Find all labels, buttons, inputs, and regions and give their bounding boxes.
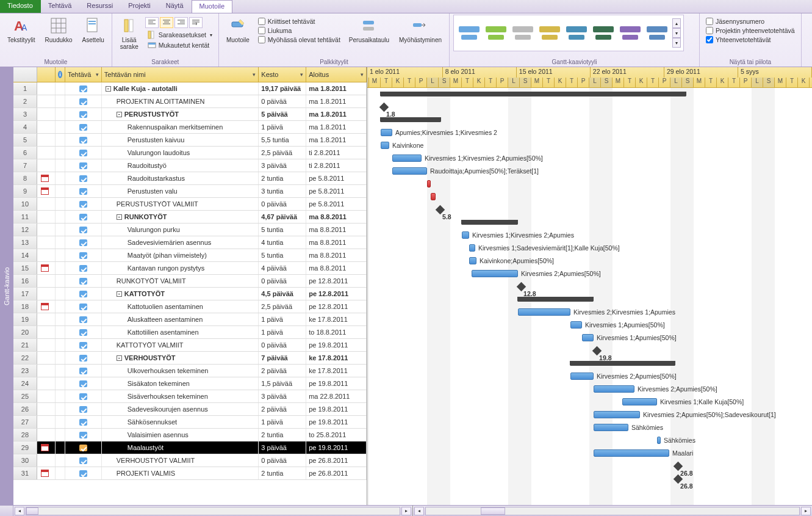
row-number[interactable]: 5 <box>13 134 37 146</box>
cell-name[interactable]: RUNKOTYÖT VALMIIT <box>102 275 259 287</box>
cell-name[interactable]: Sähkösennukset <box>102 416 259 428</box>
cell-start[interactable]: ma 1.8.2011 <box>306 134 367 146</box>
cell-duration[interactable]: 2 tuntia <box>259 467 306 479</box>
gantt-style-gallery[interactable]: ▴ ▾ ▾ <box>453 15 684 51</box>
gantt-style-1[interactable] <box>456 18 482 48</box>
cell-name[interactable]: Maatyöt (pihan viimeistely) <box>102 249 259 261</box>
column-settings-button[interactable]: Sarakeasetukset▾ <box>145 30 215 40</box>
gantt-task-bar[interactable] <box>431 193 436 200</box>
cell-start[interactable]: pe 19.8.2011 <box>306 377 367 390</box>
table-row[interactable]: 17-KATTOTYÖT4,5 päivääpe 12.8.2011 <box>13 288 367 300</box>
gantt-summary-bar[interactable] <box>381 92 686 96</box>
cell-duration[interactable]: 3 päivää <box>259 159 306 172</box>
gantt-task-bar[interactable]: Apumies;Kirvesmies 1;Kirvesmies 2 <box>381 129 392 136</box>
gantt-task-bar[interactable]: Kirvesmies 1;Kirvesmies 2;Apumies <box>462 231 469 239</box>
gantt-summary-bar[interactable] <box>462 220 517 225</box>
cell-duration[interactable]: 2,5 päivää <box>259 300 306 313</box>
cell-start[interactable]: ke 17.8.2011 <box>306 313 367 325</box>
table-row[interactable]: 25Sisäverhouksen tekeminen3 päivääma 22.… <box>13 390 367 403</box>
tab-project[interactable]: Projekti <box>121 0 159 13</box>
row-number[interactable]: 17 <box>13 288 37 300</box>
cell-start[interactable]: pe 5.8.2011 <box>306 172 367 184</box>
gantt-milestone[interactable]: 5.8 <box>436 205 445 215</box>
gallery-up-button[interactable]: ▴ <box>672 18 681 28</box>
header-info[interactable]: i <box>56 67 65 82</box>
cell-duration[interactable]: 0 päivää <box>259 339 306 351</box>
table-row[interactable]: 6Valurungon laudoitus2,5 päivääti 2.8.20… <box>13 147 367 159</box>
row-number[interactable]: 15 <box>13 262 37 274</box>
table-row[interactable]: 4Rakennuspaikan merkitseminen1 päiväma 1… <box>13 121 367 134</box>
cell-name[interactable]: -Kalle Kuja - autotalli <box>102 82 259 95</box>
insert-column-button[interactable]: Lisää sarake <box>116 15 143 51</box>
gantt-milestone[interactable]: 19.8 <box>592 346 602 356</box>
row-number[interactable]: 4 <box>13 121 37 133</box>
table-row[interactable]: 1-Kalle Kuja - autotalli19,17 päivääma 1… <box>13 82 367 95</box>
table-row[interactable]: 31PROJEKTI VALMIS2 tuntiape 26.8.2011 <box>13 467 367 480</box>
row-number[interactable]: 2 <box>13 95 37 107</box>
cell-name[interactable]: Perustusten kaivuu <box>102 134 259 146</box>
outline-toggle[interactable]: - <box>117 355 122 361</box>
cell-start[interactable]: ma 8.8.2011 <box>306 223 367 236</box>
align-left-button[interactable] <box>145 17 159 28</box>
header-mode[interactable]: Tehtävä▾ <box>65 67 102 82</box>
table-row[interactable]: 19Aluskatteen asentaminen1 päiväke 17.8.… <box>13 313 367 326</box>
row-number[interactable]: 19 <box>13 313 37 325</box>
cell-name[interactable]: PROJEKTI VALMIS <box>102 467 259 479</box>
tab-view[interactable]: Näytä <box>159 0 192 13</box>
cell-start[interactable]: ma 1.8.2011 <box>306 95 367 107</box>
cell-duration[interactable]: 2 päivää <box>259 365 306 377</box>
row-number[interactable]: 25 <box>13 390 37 402</box>
cell-name[interactable]: -PERUSTUSTYÖT <box>102 108 259 120</box>
slippage-button[interactable]: Myöhästyminen <box>395 15 445 45</box>
gantt-task-bar[interactable]: Kirvesmies 1;Kirvesmies 2;Apumies[50%] <box>392 154 422 162</box>
cell-start[interactable]: pe 5.8.2011 <box>306 185 367 197</box>
table-row[interactable]: 7Raudoitustyö3 päivääti 2.8.2011 <box>13 159 367 172</box>
cell-duration[interactable]: 0 päivää <box>259 454 306 467</box>
outline-toggle[interactable]: - <box>117 112 122 117</box>
tab-resource[interactable]: Resurssi <box>79 0 121 13</box>
cell-duration[interactable]: 5 tuntia <box>259 223 306 236</box>
baseline-button[interactable]: Perusaikataulu <box>345 15 393 45</box>
cell-start[interactable]: ke 17.8.2011 <box>306 352 367 364</box>
view-bar[interactable]: Gantt-kaavio <box>0 67 13 505</box>
gantt-task-bar[interactable]: Sähkömies <box>594 424 628 431</box>
cell-start[interactable]: to 25.8.2011 <box>306 429 367 441</box>
cell-name[interactable]: PERUSTUSTYÖT VALMIIT <box>102 198 259 210</box>
align-right-button[interactable] <box>174 17 188 28</box>
table-row[interactable]: 9Perustusten valu3 tuntiape 5.8.2011 <box>13 185 367 198</box>
gantt-style-5[interactable] <box>564 18 589 48</box>
row-number[interactable]: 7 <box>13 159 37 172</box>
cell-name[interactable]: Sadevesiviemärien asennus <box>102 236 259 249</box>
row-number[interactable]: 22 <box>13 352 37 364</box>
cell-duration[interactable]: 0 päivää <box>259 95 306 107</box>
row-number[interactable]: 18 <box>13 300 37 313</box>
cell-start[interactable]: ma 8.8.2011 <box>306 249 367 261</box>
cell-name[interactable]: Valaisimien asennus <box>102 429 259 441</box>
row-number[interactable]: 24 <box>13 377 37 390</box>
gantt-task-bar[interactable]: Raudoittaja;Apumies[50%];Teräkset[1] <box>392 167 427 175</box>
cell-start[interactable]: to 18.8.2011 <box>306 326 367 338</box>
outline-toggle[interactable]: - <box>117 291 122 297</box>
cell-duration[interactable]: 4,5 päivää <box>259 288 306 300</box>
row-number[interactable]: 3 <box>13 108 37 120</box>
cell-name[interactable]: Sisäkaton tekeminen <box>102 377 259 390</box>
cell-name[interactable]: Valurungon laudoitus <box>102 147 259 159</box>
gantt-task-bar[interactable]: Maalari <box>594 449 669 457</box>
gantt-task-bar[interactable]: Kaivinkone;Apumies[50%] <box>469 257 476 264</box>
gantt-style-3[interactable] <box>510 18 536 48</box>
cell-start[interactable]: ma 8.8.2011 <box>306 236 367 249</box>
cell-duration[interactable]: 5 tuntia <box>259 249 306 261</box>
gantt-style-2[interactable] <box>483 18 509 48</box>
header-start[interactable]: Aloitus▾ <box>306 67 367 82</box>
table-row[interactable]: 13Sadevesiviemärien asennus4 tuntiama 8.… <box>13 236 367 249</box>
table-row[interactable]: 26Sadevesikourujen asennus2 päivääpe 19.… <box>13 403 367 416</box>
cell-duration[interactable]: 1 päivä <box>259 121 306 133</box>
outline-toggle[interactable]: - <box>117 214 122 220</box>
row-number[interactable]: 9 <box>13 185 37 197</box>
gantt-body[interactable]: 1.8Apumies;Kirvesmies 1;Kirvesmies 2Kaiv… <box>367 88 812 505</box>
cell-start[interactable]: pe 12.8.2011 <box>306 288 367 300</box>
row-number[interactable]: 29 <box>13 442 37 454</box>
cell-duration[interactable]: 19,17 päivää <box>259 82 306 95</box>
gridlines-button[interactable]: Ruudukko <box>41 15 76 45</box>
cell-name[interactable]: Sadevesikourujen asennus <box>102 403 259 415</box>
